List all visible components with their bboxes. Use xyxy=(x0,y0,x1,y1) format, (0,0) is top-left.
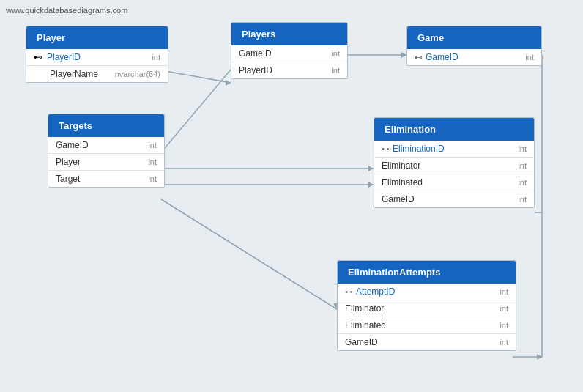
table-row: ⊷ GameID int xyxy=(407,49,541,65)
elimination-attempts-table-header: EliminationAttempts xyxy=(338,261,516,284)
col-name: PlayerID xyxy=(47,52,116,62)
col-name: GameID xyxy=(382,194,483,204)
col-name: GameID xyxy=(426,52,490,62)
col-type: int xyxy=(113,141,157,149)
svg-line-5 xyxy=(161,70,231,152)
col-name: PlayerName xyxy=(50,69,115,79)
col-name: Eliminated xyxy=(345,320,464,330)
table-row: GameID int xyxy=(374,191,534,207)
svg-line-0 xyxy=(161,70,231,83)
game-table: Game ⊷ GameID int xyxy=(406,26,542,66)
svg-marker-7 xyxy=(368,166,374,171)
key-icon: ⊷ xyxy=(34,52,42,62)
col-type: int xyxy=(483,178,527,187)
svg-marker-9 xyxy=(368,182,374,188)
col-type: int xyxy=(296,49,340,58)
targets-table-header: Targets xyxy=(48,114,164,137)
col-type: int xyxy=(113,174,157,183)
svg-marker-2 xyxy=(226,80,231,86)
table-row: Player int xyxy=(48,154,164,171)
elimination-attempts-table: EliminationAttempts ⊷ AttemptID int Elim… xyxy=(337,260,516,351)
targets-table: Targets GameID int Player int Target int xyxy=(48,114,165,188)
col-type: int xyxy=(490,53,534,62)
players-table: Players GameID int PlayerID int xyxy=(231,22,348,79)
svg-marker-4 xyxy=(401,52,406,58)
col-type: int xyxy=(483,144,527,153)
elimination-table-header: Elimination xyxy=(374,118,534,141)
table-row: Eliminator int xyxy=(374,158,534,174)
svg-marker-13 xyxy=(537,354,542,360)
game-table-header: Game xyxy=(407,26,541,49)
player-table-header: Player xyxy=(26,26,168,49)
col-type: nvarchar(64) xyxy=(115,70,160,78)
col-type: int xyxy=(464,338,508,347)
col-name: GameID xyxy=(345,337,464,347)
col-name: PlayerID xyxy=(239,65,296,75)
col-type: int xyxy=(464,321,508,330)
col-type: int xyxy=(483,161,527,170)
table-row: Eliminated int xyxy=(338,317,516,334)
col-name: Eliminator xyxy=(382,160,483,171)
col-name: Eliminated xyxy=(382,177,483,188)
col-name: GameID xyxy=(239,48,296,59)
col-name: Target xyxy=(56,174,113,184)
table-row: ⊷ EliminationID int xyxy=(374,141,534,158)
key-icon: ⊷ xyxy=(415,53,423,62)
svg-line-10 xyxy=(161,199,337,309)
col-type: int xyxy=(116,53,160,62)
table-row: GameID int xyxy=(338,334,516,350)
col-name: GameID xyxy=(56,140,113,150)
table-row: ⊷ AttemptID int xyxy=(338,284,516,300)
col-type: int xyxy=(483,195,527,204)
table-row: GameID int xyxy=(231,45,347,62)
col-type: int xyxy=(296,66,340,75)
col-type: int xyxy=(113,158,157,166)
table-row: Target int xyxy=(48,171,164,187)
player-table: Player ⊷ PlayerID int PlayerName nvarcha… xyxy=(26,26,168,83)
players-table-header: Players xyxy=(231,23,347,45)
col-name: Eliminator xyxy=(345,303,464,314)
table-row: PlayerName nvarchar(64) xyxy=(26,66,168,82)
table-row: ⊷ PlayerID int xyxy=(26,49,168,66)
table-row: Eliminator int xyxy=(338,300,516,317)
key-icon: ⊷ xyxy=(382,144,390,154)
col-name: AttemptID xyxy=(356,286,464,297)
col-name: Player xyxy=(56,157,113,167)
col-type: int xyxy=(464,304,508,313)
table-row: GameID int xyxy=(48,137,164,154)
col-type: int xyxy=(464,287,508,296)
elimination-table: Elimination ⊷ EliminationID int Eliminat… xyxy=(374,117,535,208)
watermark: www.quickdatabasediagrams.com xyxy=(6,6,127,15)
col-name: EliminationID xyxy=(393,144,483,154)
key-icon: ⊷ xyxy=(345,287,353,297)
table-row: PlayerID int xyxy=(231,62,347,78)
table-row: Eliminated int xyxy=(374,174,534,191)
